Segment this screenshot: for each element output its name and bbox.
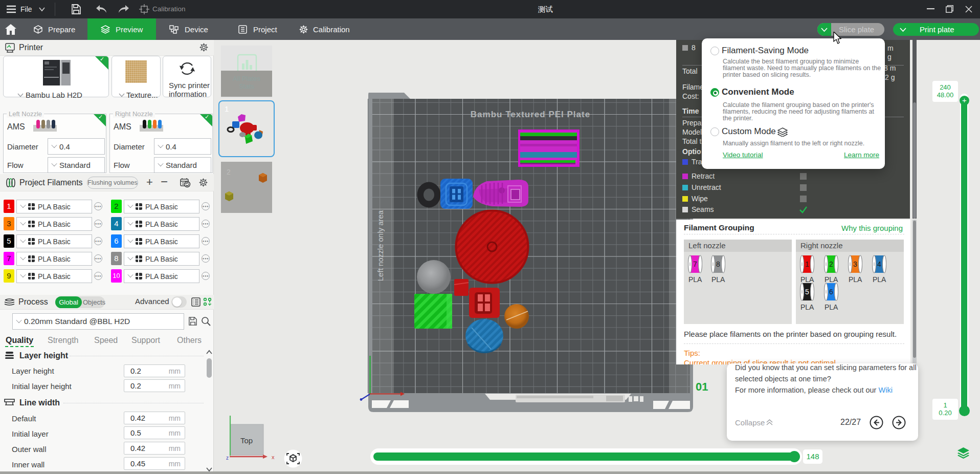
svg-text:2: 2 <box>829 260 833 268</box>
svg-text:8: 8 <box>716 260 720 268</box>
svg-text:Top: Top <box>240 436 253 445</box>
svg-text:Left nozzle only area: Left nozzle only area <box>376 210 385 281</box>
svg-text:7: 7 <box>693 260 697 268</box>
svg-text:01: 01 <box>696 380 708 393</box>
svg-text:4: 4 <box>877 260 881 268</box>
svg-text:1: 1 <box>805 260 809 268</box>
svg-text:Bambu Textured PEI Plate: Bambu Textured PEI Plate <box>471 110 590 119</box>
svg-text:6: 6 <box>829 288 833 296</box>
svg-text:x: x <box>272 454 275 460</box>
svg-text:3: 3 <box>853 260 857 268</box>
svg-text:5: 5 <box>805 288 809 296</box>
svg-text:z: z <box>226 455 229 461</box>
